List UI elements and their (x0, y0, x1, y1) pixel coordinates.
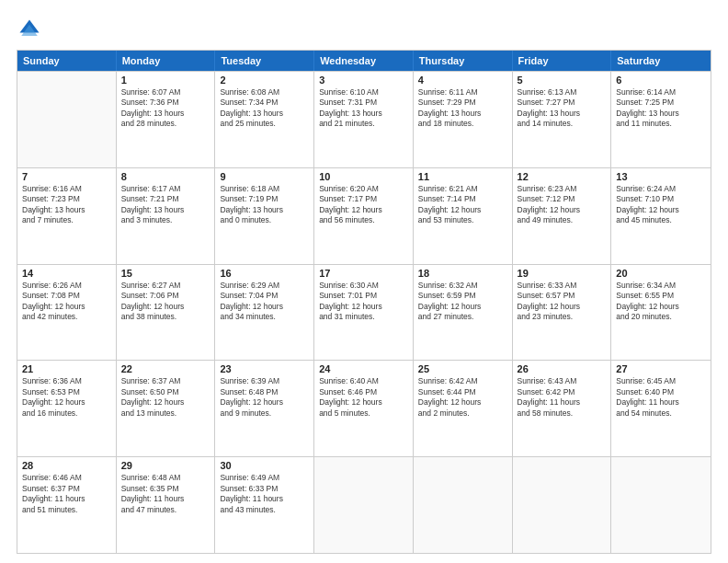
day-number: 25 (418, 363, 507, 374)
day-cell-18: 18Sunrise: 6:32 AM Sunset: 6:59 PM Dayli… (414, 265, 513, 361)
logo-icon (17, 17, 42, 42)
day-cell-20: 20Sunrise: 6:34 AM Sunset: 6:55 PM Dayli… (611, 265, 711, 361)
day-number: 8 (121, 171, 210, 182)
day-number: 1 (121, 75, 210, 86)
weekday-header-monday: Monday (117, 51, 216, 71)
day-info: Sunrise: 6:42 AM Sunset: 6:44 PM Dayligh… (418, 376, 507, 419)
day-number: 7 (22, 171, 111, 182)
weekday-header-tuesday: Tuesday (215, 51, 314, 71)
day-info: Sunrise: 6:23 AM Sunset: 7:12 PM Dayligh… (518, 184, 607, 226)
day-cell-23: 23Sunrise: 6:39 AM Sunset: 6:48 PM Dayli… (215, 361, 314, 456)
day-number: 6 (616, 75, 706, 86)
day-number: 19 (518, 268, 607, 279)
day-info: Sunrise: 6:08 AM Sunset: 7:34 PM Dayligh… (220, 87, 309, 130)
day-cell-5: 5Sunrise: 6:13 AM Sunset: 7:27 PM Daylig… (513, 72, 612, 167)
day-number: 20 (616, 268, 706, 279)
day-info: Sunrise: 6:48 AM Sunset: 6:35 PM Dayligh… (121, 473, 210, 515)
day-info: Sunrise: 6:10 AM Sunset: 7:31 PM Dayligh… (319, 87, 408, 130)
day-info: Sunrise: 6:21 AM Sunset: 7:14 PM Dayligh… (418, 184, 507, 226)
day-info: Sunrise: 6:46 AM Sunset: 6:37 PM Dayligh… (22, 473, 111, 515)
day-info: Sunrise: 6:34 AM Sunset: 6:55 PM Dayligh… (616, 281, 706, 323)
day-info: Sunrise: 6:20 AM Sunset: 7:17 PM Dayligh… (319, 184, 408, 226)
day-cell-empty (17, 72, 117, 167)
day-cell-empty (314, 457, 414, 553)
day-info: Sunrise: 6:40 AM Sunset: 6:46 PM Dayligh… (319, 376, 408, 419)
day-cell-10: 10Sunrise: 6:20 AM Sunset: 7:17 PM Dayli… (314, 168, 414, 264)
calendar-row-1: 1Sunrise: 6:07 AM Sunset: 7:36 PM Daylig… (17, 71, 711, 167)
day-number: 14 (22, 268, 111, 279)
day-info: Sunrise: 6:13 AM Sunset: 7:27 PM Dayligh… (518, 87, 607, 130)
day-cell-1: 1Sunrise: 6:07 AM Sunset: 7:36 PM Daylig… (117, 72, 216, 167)
day-cell-7: 7Sunrise: 6:16 AM Sunset: 7:23 PM Daylig… (17, 168, 117, 264)
day-cell-3: 3Sunrise: 6:10 AM Sunset: 7:31 PM Daylig… (314, 72, 414, 167)
day-number: 16 (220, 268, 309, 279)
day-number: 27 (616, 363, 706, 374)
day-cell-empty (513, 457, 612, 553)
day-cell-11: 11Sunrise: 6:21 AM Sunset: 7:14 PM Dayli… (414, 168, 513, 264)
day-info: Sunrise: 6:11 AM Sunset: 7:29 PM Dayligh… (418, 87, 507, 130)
day-info: Sunrise: 6:17 AM Sunset: 7:21 PM Dayligh… (121, 184, 210, 226)
day-number: 22 (121, 363, 210, 374)
calendar-row-3: 14Sunrise: 6:26 AM Sunset: 7:08 PM Dayli… (17, 264, 711, 361)
day-cell-21: 21Sunrise: 6:36 AM Sunset: 6:53 PM Dayli… (17, 361, 117, 456)
calendar-header: SundayMondayTuesdayWednesdayThursdayFrid… (17, 51, 711, 71)
day-cell-19: 19Sunrise: 6:33 AM Sunset: 6:57 PM Dayli… (513, 265, 612, 361)
day-cell-9: 9Sunrise: 6:18 AM Sunset: 7:19 PM Daylig… (215, 168, 314, 264)
day-cell-12: 12Sunrise: 6:23 AM Sunset: 7:12 PM Dayli… (513, 168, 612, 264)
weekday-header-thursday: Thursday (414, 51, 513, 71)
calendar-row-2: 7Sunrise: 6:16 AM Sunset: 7:23 PM Daylig… (17, 167, 711, 264)
day-info: Sunrise: 6:24 AM Sunset: 7:10 PM Dayligh… (616, 184, 706, 226)
day-number: 26 (518, 363, 607, 374)
day-number: 18 (418, 268, 507, 279)
day-number: 23 (220, 363, 309, 374)
day-info: Sunrise: 6:39 AM Sunset: 6:48 PM Dayligh… (220, 376, 309, 419)
day-cell-17: 17Sunrise: 6:30 AM Sunset: 7:01 PM Dayli… (314, 265, 414, 361)
day-cell-22: 22Sunrise: 6:37 AM Sunset: 6:50 PM Dayli… (117, 361, 216, 456)
day-number: 3 (319, 75, 408, 86)
day-number: 13 (616, 171, 706, 182)
header (17, 17, 711, 42)
day-cell-6: 6Sunrise: 6:14 AM Sunset: 7:25 PM Daylig… (611, 72, 711, 167)
day-info: Sunrise: 6:33 AM Sunset: 6:57 PM Dayligh… (518, 281, 607, 323)
day-info: Sunrise: 6:30 AM Sunset: 7:01 PM Dayligh… (319, 281, 408, 323)
day-cell-8: 8Sunrise: 6:17 AM Sunset: 7:21 PM Daylig… (117, 168, 216, 264)
day-cell-27: 27Sunrise: 6:45 AM Sunset: 6:40 PM Dayli… (611, 361, 711, 456)
page: SundayMondayTuesdayWednesdayThursdayFrid… (0, 0, 728, 563)
weekday-header-wednesday: Wednesday (314, 51, 414, 71)
day-cell-empty (414, 457, 513, 553)
day-cell-26: 26Sunrise: 6:43 AM Sunset: 6:42 PM Dayli… (513, 361, 612, 456)
day-info: Sunrise: 6:32 AM Sunset: 6:59 PM Dayligh… (418, 281, 507, 323)
day-cell-16: 16Sunrise: 6:29 AM Sunset: 7:04 PM Dayli… (215, 265, 314, 361)
day-info: Sunrise: 6:45 AM Sunset: 6:40 PM Dayligh… (616, 376, 706, 419)
day-info: Sunrise: 6:16 AM Sunset: 7:23 PM Dayligh… (22, 184, 111, 226)
weekday-header-friday: Friday (513, 51, 612, 71)
day-info: Sunrise: 6:43 AM Sunset: 6:42 PM Dayligh… (518, 376, 607, 419)
day-info: Sunrise: 6:07 AM Sunset: 7:36 PM Dayligh… (121, 87, 210, 130)
day-number: 4 (418, 75, 507, 86)
day-info: Sunrise: 6:18 AM Sunset: 7:19 PM Dayligh… (220, 184, 309, 226)
day-number: 15 (121, 268, 210, 279)
weekday-header-saturday: Saturday (611, 51, 711, 71)
day-number: 17 (319, 268, 408, 279)
day-number: 12 (518, 171, 607, 182)
day-number: 30 (220, 460, 309, 471)
day-info: Sunrise: 6:29 AM Sunset: 7:04 PM Dayligh… (220, 281, 309, 323)
day-info: Sunrise: 6:26 AM Sunset: 7:08 PM Dayligh… (22, 281, 111, 323)
day-cell-4: 4Sunrise: 6:11 AM Sunset: 7:29 PM Daylig… (414, 72, 513, 167)
calendar-body: 1Sunrise: 6:07 AM Sunset: 7:36 PM Daylig… (17, 71, 711, 553)
day-number: 11 (418, 171, 507, 182)
day-number: 21 (22, 363, 111, 374)
day-cell-25: 25Sunrise: 6:42 AM Sunset: 6:44 PM Dayli… (414, 361, 513, 456)
day-cell-14: 14Sunrise: 6:26 AM Sunset: 7:08 PM Dayli… (17, 265, 117, 361)
calendar-row-5: 28Sunrise: 6:46 AM Sunset: 6:37 PM Dayli… (17, 456, 711, 553)
day-cell-13: 13Sunrise: 6:24 AM Sunset: 7:10 PM Dayli… (611, 168, 711, 264)
day-number: 24 (319, 363, 408, 374)
day-number: 2 (220, 75, 309, 86)
day-cell-24: 24Sunrise: 6:40 AM Sunset: 6:46 PM Dayli… (314, 361, 414, 456)
day-number: 28 (22, 460, 111, 471)
day-cell-30: 30Sunrise: 6:49 AM Sunset: 6:33 PM Dayli… (215, 457, 314, 553)
day-number: 29 (121, 460, 210, 471)
day-info: Sunrise: 6:37 AM Sunset: 6:50 PM Dayligh… (121, 376, 210, 419)
day-number: 5 (518, 75, 607, 86)
logo (17, 17, 46, 42)
